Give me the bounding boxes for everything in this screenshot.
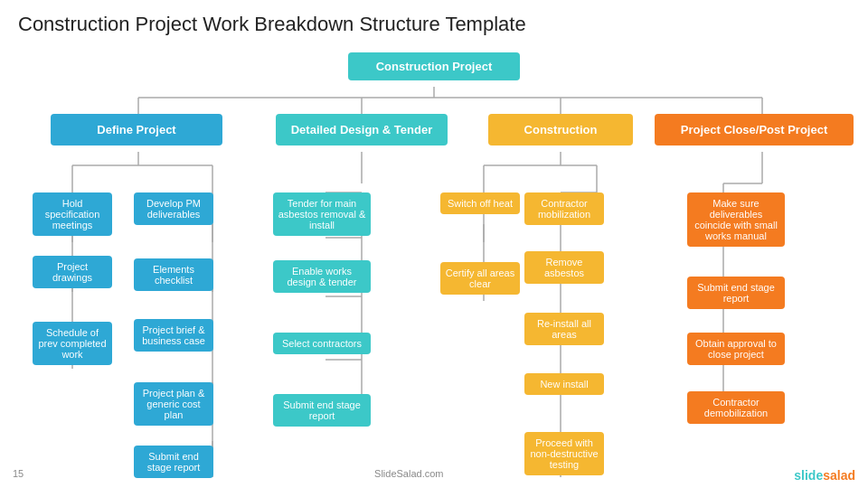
- constr-child-r5: Proceed with non-destructive testing: [524, 432, 604, 475]
- define-child-3: Schedule of prev completed work: [33, 322, 112, 365]
- define-child-r3: Project brief & business case: [134, 319, 213, 352]
- constr-child-r1: Contractor mobilization: [524, 192, 604, 225]
- define-child-1: Hold specification meetings: [33, 192, 112, 236]
- l1-define: Define Project: [51, 114, 222, 145]
- close-child-3: Obtain approval to close project: [687, 333, 785, 365]
- l1-construction: Construction: [488, 114, 633, 145]
- constr-child-l2: Certify all areas clear: [440, 262, 520, 295]
- constr-child-r2: Remove asbestos: [524, 251, 604, 284]
- site-url: SlideSalad.com: [374, 468, 443, 483]
- l1-design: Detailed Design & Tender: [276, 114, 448, 145]
- design-child-1: Tender for main asbestos removal & insta…: [273, 192, 371, 236]
- footer: 15 SlideSalad.com slidesalad: [0, 468, 868, 483]
- constr-child-r3: Re-install all areas: [524, 313, 604, 345]
- page-number: 15: [13, 468, 24, 483]
- constr-child-l1: Switch off heat: [440, 192, 520, 214]
- close-child-2: Submit end stage report: [687, 277, 785, 309]
- page-title: Construction Project Work Breakdown Stru…: [0, 0, 868, 43]
- design-child-3: Select contractors: [273, 333, 371, 354]
- design-child-4: Submit end stage report: [273, 394, 371, 427]
- define-child-r1: Develop PM deliverables: [134, 192, 213, 225]
- constr-child-r4: New install: [524, 373, 604, 395]
- root-node: Construction Project: [348, 52, 520, 80]
- design-child-2: Enable works design & tender: [273, 260, 371, 293]
- close-child-1: Make sure deliverables coincide with sma…: [687, 192, 785, 247]
- logo: slidesalad: [794, 468, 855, 483]
- close-child-4: Contractor demobilization: [687, 391, 785, 424]
- define-child-r4: Project plan & generic cost plan: [134, 382, 213, 426]
- define-child-r5: Submit end stage report: [134, 446, 213, 478]
- define-child-2: Project drawings: [33, 256, 112, 288]
- wbs-diagram: Construction Project Define Project Deta…: [0, 43, 868, 477]
- l1-close: Project Close/Post Project: [655, 114, 854, 145]
- define-child-r2: Elements checklist: [134, 258, 213, 291]
